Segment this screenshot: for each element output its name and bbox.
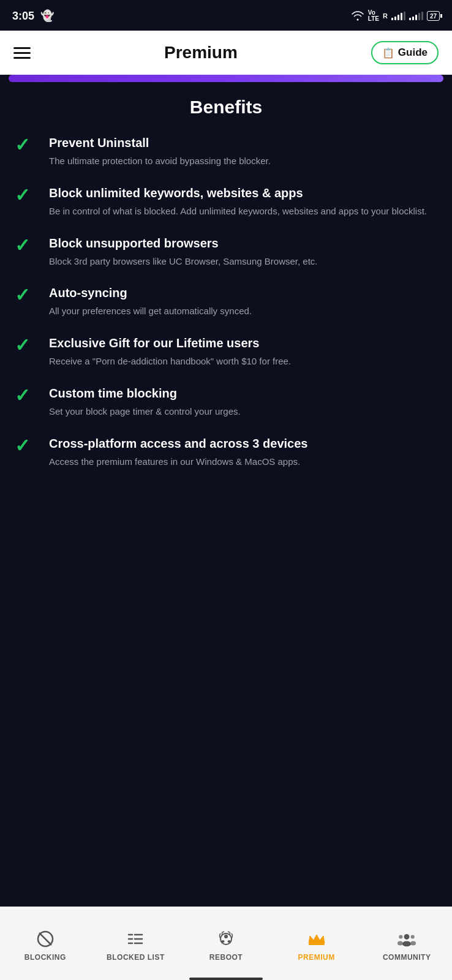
guide-button[interactable]: 📋 Guide xyxy=(371,41,439,64)
nav-item-blocked-list[interactable]: BLOCKED LIST xyxy=(91,929,181,962)
checkmark-icon-6: ✓ xyxy=(15,386,37,405)
svg-point-16 xyxy=(397,941,403,946)
blocked-list-icon xyxy=(125,929,146,949)
checkmark-icon-5: ✓ xyxy=(15,336,37,355)
time-display: 3:05 xyxy=(12,10,34,23)
community-icon xyxy=(396,929,417,949)
premium-icon xyxy=(306,929,327,949)
hamburger-menu[interactable] xyxy=(13,47,31,59)
benefit-title-1: Prevent Uninstall xyxy=(49,135,437,151)
nav-item-reboot[interactable]: REBOOT xyxy=(181,929,271,962)
app-header: Premium 📋 Guide xyxy=(0,31,452,75)
wifi-icon xyxy=(351,11,364,21)
benefit-desc-1: The ultimate protection to avoid bypassi… xyxy=(49,154,437,168)
book-icon: 📋 xyxy=(382,47,394,59)
benefit-desc-3: Block 3rd party browsers like UC Browser… xyxy=(49,255,437,268)
benefit-title-4: Auto-syncing xyxy=(49,285,437,301)
benefit-desc-5: Receive a "Porn de-addiction handbook" w… xyxy=(49,355,437,368)
nav-label-blocking: BLOCKING xyxy=(24,953,66,962)
nav-label-community: COMMUNITY xyxy=(383,953,431,962)
svg-point-18 xyxy=(410,941,416,946)
main-content: Benefits ✓ Prevent Uninstall The ultimat… xyxy=(0,82,452,907)
benefit-title-6: Custom time blocking xyxy=(49,385,437,401)
benefit-item-2: ✓ Block unlimited keywords, websites & a… xyxy=(15,185,437,218)
status-bar: 3:05 👻 VoLTE R 27 xyxy=(0,0,452,31)
guide-label: Guide xyxy=(398,47,428,59)
benefit-item-3: ✓ Block unsupported browsers Block 3rd p… xyxy=(15,235,437,268)
benefit-item-1: ✓ Prevent Uninstall The ultimate protect… xyxy=(15,135,437,168)
snapchat-icon: 👻 xyxy=(40,9,54,23)
network-type: R xyxy=(383,12,388,20)
status-right: VoLTE R 27 xyxy=(351,10,440,22)
svg-point-13 xyxy=(404,934,410,940)
benefit-desc-6: Set your block page timer & control your… xyxy=(49,405,437,418)
benefit-text-1: Prevent Uninstall The ultimate protectio… xyxy=(49,135,437,168)
benefit-title-2: Block unlimited keywords, websites & app… xyxy=(49,185,437,201)
benefit-title-3: Block unsupported browsers xyxy=(49,235,437,251)
status-left: 3:05 👻 xyxy=(12,9,54,23)
checkmark-icon-7: ✓ xyxy=(15,437,37,455)
nav-label-reboot: REBOOT xyxy=(209,953,243,962)
benefit-title-7: Cross-platform access and across 3 devic… xyxy=(49,435,437,451)
blocking-icon xyxy=(35,929,56,949)
svg-point-17 xyxy=(411,935,415,938)
signal-label: VoLTE xyxy=(368,10,379,22)
benefit-item-7: ✓ Cross-platform access and across 3 dev… xyxy=(15,435,437,469)
svg-point-14 xyxy=(402,941,411,947)
checkmark-icon-2: ✓ xyxy=(15,186,37,205)
battery-icon: 27 xyxy=(427,11,440,21)
svg-point-15 xyxy=(399,935,402,938)
reboot-icon xyxy=(216,929,236,949)
benefit-item-5: ✓ Exclusive Gift for our Lifetime users … xyxy=(15,335,437,368)
checkmark-icon-1: ✓ xyxy=(15,136,37,154)
purple-strip xyxy=(9,75,443,82)
benefit-text-4: Auto-syncing All your preferences will g… xyxy=(49,285,437,318)
svg-point-11 xyxy=(227,940,230,943)
benefit-text-3: Block unsupported browsers Block 3rd par… xyxy=(49,235,437,268)
nav-item-blocking[interactable]: BLOCKING xyxy=(0,929,91,962)
battery-level: 27 xyxy=(429,13,438,20)
nav-label-premium: PREMIUM xyxy=(298,953,334,962)
svg-rect-12 xyxy=(309,943,325,945)
benefit-text-6: Custom time blocking Set your block page… xyxy=(49,385,437,418)
nav-item-premium[interactable]: PREMIUM xyxy=(271,929,362,962)
benefit-desc-2: Be in control of what is blocked. Add un… xyxy=(49,205,437,218)
home-indicator xyxy=(0,977,452,980)
nav-label-blocked-list: BLOCKED LIST xyxy=(107,953,165,962)
bottom-navigation: BLOCKING BLOCKED LIST xyxy=(0,907,452,977)
indicator-bar xyxy=(189,978,263,980)
benefit-item-6: ✓ Custom time blocking Set your block pa… xyxy=(15,385,437,418)
checkmark-icon-4: ✓ xyxy=(15,286,37,304)
page-title: Premium xyxy=(164,43,238,62)
benefit-title-5: Exclusive Gift for our Lifetime users xyxy=(49,335,437,351)
signal-bars-2 xyxy=(409,12,423,20)
svg-line-1 xyxy=(39,933,51,945)
benefit-text-2: Block unlimited keywords, websites & app… xyxy=(49,185,437,218)
svg-point-9 xyxy=(224,935,228,938)
checkmark-icon-3: ✓ xyxy=(15,236,37,255)
benefit-text-5: Exclusive Gift for our Lifetime users Re… xyxy=(49,335,437,368)
svg-point-10 xyxy=(221,940,224,943)
signal-bars-1 xyxy=(391,12,405,20)
nav-item-community[interactable]: COMMUNITY xyxy=(361,929,452,962)
benefit-desc-7: Access the premium features in our Windo… xyxy=(49,455,437,469)
benefits-title: Benefits xyxy=(15,97,437,118)
benefit-desc-4: All your preferences will get automatica… xyxy=(49,304,437,318)
benefit-item-4: ✓ Auto-syncing All your preferences will… xyxy=(15,285,437,318)
benefit-text-7: Cross-platform access and across 3 devic… xyxy=(49,435,437,469)
